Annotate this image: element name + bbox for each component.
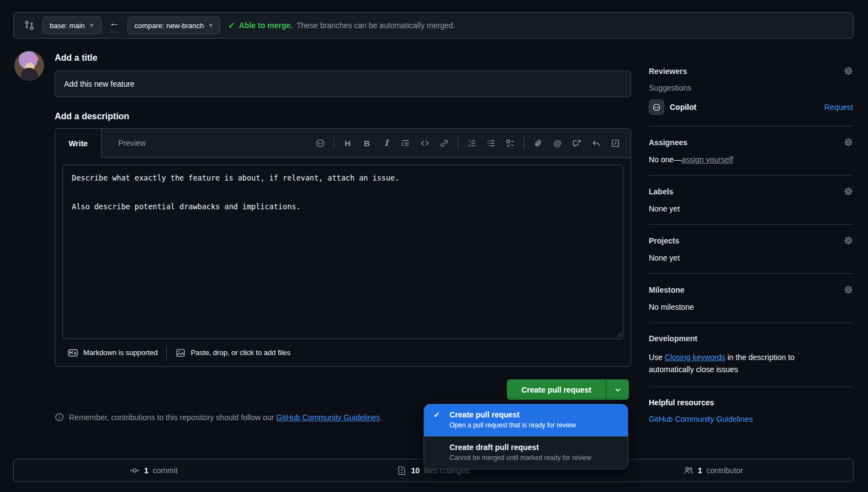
code-icon[interactable] [415, 134, 435, 152]
git-compare-icon [24, 20, 35, 31]
gear-icon[interactable] [844, 236, 853, 245]
reviewers-heading: Reviewers [649, 67, 687, 76]
slash-commands-icon[interactable] [606, 134, 625, 152]
menu-item-subtitle: Open a pull request that is ready for re… [449, 421, 619, 429]
markdown-editor: Write Preview H B I [55, 128, 631, 367]
projects-heading: Projects [649, 236, 679, 245]
gear-icon[interactable] [844, 285, 853, 294]
avatar [14, 51, 44, 81]
contributors-label: contributor [707, 466, 743, 475]
gear-icon[interactable] [844, 66, 853, 76]
people-icon [684, 465, 694, 475]
contributors-count: 1 [698, 466, 702, 475]
projects-section: Projects None yet [649, 225, 853, 274]
copilot-icon [649, 99, 664, 115]
assign-yourself-link[interactable]: assign yourself [681, 155, 733, 164]
helpful-resources-section: Helpful resources GitHub Community Guide… [649, 387, 853, 435]
markdown-supported-link[interactable]: Markdown is supported [61, 348, 164, 357]
toolbar-divider [524, 137, 525, 149]
menu-item-title: Create pull request [449, 410, 619, 419]
gear-icon[interactable] [844, 137, 853, 147]
note-text: Remember, contributions to this reposito… [69, 413, 276, 422]
base-branch-dropdown[interactable]: base: main ▼ [43, 17, 102, 34]
tab-preview[interactable]: Preview [109, 129, 155, 157]
menu-item-create-pull-request[interactable]: ✓ Create pull request Open a pull reques… [424, 404, 628, 436]
commits-stat[interactable]: 1 commit [14, 459, 294, 482]
toolbar-divider [458, 137, 458, 149]
editor-body: Describe what exactly the feature is abo… [55, 158, 631, 339]
reply-icon[interactable] [586, 134, 606, 152]
closing-keywords-link[interactable]: Closing keywords [665, 353, 726, 362]
image-icon [176, 348, 186, 358]
range-dots: ... [111, 27, 118, 34]
ordered-list-icon[interactable]: 1 2 [462, 134, 481, 152]
file-diff-icon [397, 466, 406, 475]
merge-status: ✓ Able to merge. These branches can be a… [228, 20, 455, 30]
assignees-section: Assignees No one—assign yourself [649, 126, 853, 176]
mention-icon[interactable]: @ [548, 134, 567, 152]
helpful-resources-heading: Helpful resources [649, 398, 714, 407]
create-pr-options-caret[interactable] [606, 379, 629, 400]
editor-header: Write Preview H B I [55, 129, 631, 158]
resize-handle[interactable] [616, 331, 622, 337]
svg-text:1: 1 [468, 139, 470, 142]
merge-status-desc: These branches can be automatically merg… [297, 21, 455, 30]
create-pull-request-button[interactable]: Create pull request [507, 379, 606, 400]
development-text: Use [649, 353, 665, 362]
tab-write[interactable]: Write [55, 129, 102, 158]
community-guidelines-link[interactable]: GitHub Community Guidelines [649, 415, 753, 424]
pr-actions: Create pull request [55, 379, 629, 400]
markdown-icon [67, 348, 78, 357]
bold-icon[interactable]: B [357, 134, 377, 152]
compare-branch-label: compare: new-branch [135, 22, 204, 30]
menu-item-create-draft-pull-request[interactable]: Create draft pull request Cannot be merg… [424, 436, 628, 469]
italic-icon[interactable]: I [377, 134, 396, 152]
description-textarea[interactable]: Describe what exactly the feature is abo… [62, 165, 623, 339]
commits-label: commit [153, 466, 178, 475]
caret-down-icon: ▼ [89, 23, 94, 28]
heading-icon[interactable]: H [338, 134, 357, 152]
quote-icon[interactable] [396, 134, 415, 152]
suggestions-label: Suggestions [649, 83, 853, 92]
pr-sidebar: Reviewers Suggestions Copil [649, 62, 853, 435]
assignees-empty-text: No one— [649, 155, 681, 164]
cross-reference-icon[interactable] [567, 134, 586, 152]
markdown-hint-label: Markdown is supported [83, 348, 157, 357]
copilot-icon[interactable] [310, 134, 330, 152]
menu-item-title: Create draft pull request [449, 443, 619, 452]
labels-empty-text: None yet [649, 204, 853, 213]
task-list-icon[interactable] [501, 134, 520, 152]
note-period: . [380, 413, 382, 422]
copilot-name: Copilot [670, 103, 696, 112]
pr-create-page: base: main ▼ ← ... compare: new-branch ▼… [0, 0, 868, 492]
pr-form: Add a title Add a description Write Prev… [55, 53, 631, 367]
compare-branch-dropdown[interactable]: compare: new-branch ▼ [128, 17, 221, 34]
check-icon: ✓ [433, 410, 440, 419]
request-review-link[interactable]: Request [824, 103, 853, 112]
check-icon: ✓ [228, 20, 235, 30]
labels-heading: Labels [649, 187, 673, 196]
development-heading: Development [649, 334, 697, 343]
attach-file-icon[interactable] [528, 134, 548, 152]
milestone-section: Milestone No milestone [649, 274, 853, 323]
gear-icon[interactable] [844, 187, 853, 196]
range-direction-control[interactable]: ← ... [109, 18, 120, 34]
milestone-empty-text: No milestone [649, 303, 853, 311]
attach-hint-label: Paste, drop, or click to add files [190, 348, 290, 357]
attach-files-dropzone[interactable]: Paste, drop, or click to add files [169, 348, 297, 358]
community-guidelines-link[interactable]: GitHub Community Guidelines [276, 413, 380, 422]
caret-down-icon: ▼ [208, 23, 213, 28]
svg-text:2: 2 [468, 144, 470, 147]
footer-divider [166, 346, 167, 360]
link-icon[interactable] [435, 134, 454, 152]
menu-item-subtitle: Cannot be merged until marked ready for … [449, 454, 619, 462]
commits-count: 1 [144, 466, 149, 475]
bullet-list-icon[interactable] [481, 134, 501, 152]
development-section: Development Use Closing keywords in the … [649, 323, 853, 387]
editor-footer: Markdown is supported Paste, drop, or cl… [55, 339, 631, 366]
milestone-heading: Milestone [649, 285, 685, 294]
info-icon [55, 412, 64, 422]
reviewers-section: Reviewers Suggestions Copil [649, 62, 853, 126]
commit-icon [130, 465, 140, 475]
title-input[interactable] [55, 71, 631, 97]
